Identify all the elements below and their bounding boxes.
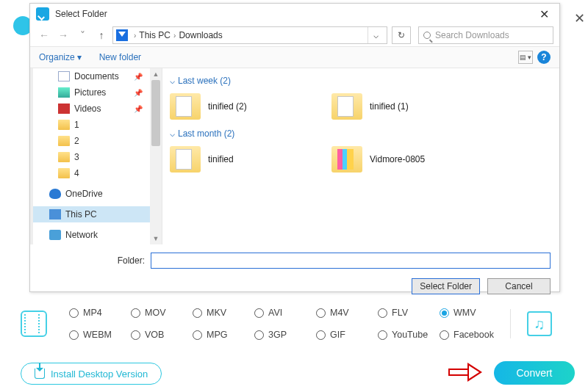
radio-icon <box>254 308 264 318</box>
pin-icon: 📌 <box>134 89 143 97</box>
folder-icon <box>170 146 201 173</box>
host-close-icon[interactable]: ✕ <box>574 10 585 26</box>
nav-row: ← → ˅ ↑ › This PC › Downloads ⌵ ↻ Search… <box>30 24 559 46</box>
tree-item-folder-4[interactable]: 4 <box>33 165 150 181</box>
format-option-3gp[interactable]: 3GP <box>254 330 316 340</box>
toolbar: Organize ▾ New folder ▤▾ ? <box>30 46 559 68</box>
scroll-down-icon[interactable]: ▼ <box>150 233 162 244</box>
radio-icon <box>131 330 140 340</box>
tree-item-folder-1[interactable]: 1 <box>33 117 150 133</box>
folder-icon <box>331 93 362 120</box>
output-format-section: MP4MOVMKVAVIM4VFLVWMVWEBMVOBMPG3GPGIFYou… <box>21 304 581 344</box>
folder-label: Folder: <box>111 255 145 266</box>
tree-item-documents[interactable]: Documents📌 <box>33 68 150 84</box>
select-folder-button[interactable]: Select Folder <box>412 278 480 294</box>
folder-item[interactable]: tinified (2) <box>170 89 331 124</box>
folder-tree: Documents📌 Pictures📌 Videos📌 1 2 3 4 One… <box>33 68 162 244</box>
search-icon <box>423 32 431 39</box>
format-option-youtube[interactable]: YouTube <box>378 330 440 340</box>
folder-item[interactable]: tinified (1) <box>331 89 493 124</box>
convert-button[interactable]: Convert <box>494 361 575 385</box>
tree-item-this-pc[interactable]: This PC <box>33 206 150 222</box>
radio-icon <box>131 308 140 318</box>
tree-scrollbar[interactable]: ▲ ▼ <box>150 68 162 244</box>
audio-category-icon[interactable]: ♫ <box>527 311 552 336</box>
radio-icon <box>193 308 202 318</box>
format-option-avi[interactable]: AVI <box>254 308 316 318</box>
tree-item-folder-3[interactable]: 3 <box>33 149 150 165</box>
radio-icon <box>69 308 79 318</box>
folder-icon <box>170 93 201 120</box>
folder-item[interactable]: tinified <box>170 142 331 177</box>
new-folder-button[interactable]: New folder <box>99 52 141 62</box>
organize-menu[interactable]: Organize ▾ <box>39 52 82 62</box>
folder-name-row: Folder: <box>30 249 559 272</box>
pin-icon: 📌 <box>134 73 143 81</box>
chevron-down-icon: ⌵ <box>170 76 175 86</box>
crumb-this-pc[interactable]: This PC <box>139 30 171 40</box>
breadcrumb[interactable]: › This PC › Downloads ⌵ <box>112 26 387 44</box>
search-input[interactable]: Search Downloads <box>418 26 553 44</box>
cancel-button[interactable]: Cancel <box>487 278 551 294</box>
radio-icon <box>193 330 202 340</box>
dialog-title: Select Folder <box>55 9 535 19</box>
breadcrumb-root-icon <box>116 29 128 41</box>
folder-content: ⌵ Last week (2) tinified (2) tinified (1… <box>162 68 559 244</box>
dialog-titlebar: Select Folder ✕ <box>30 4 559 24</box>
chevron-right-icon: › <box>131 32 139 40</box>
radio-icon <box>69 330 79 340</box>
view-options-button[interactable]: ▤▾ <box>518 51 533 64</box>
annotation-arrow <box>448 363 484 382</box>
chevron-right-icon: › <box>171 32 179 40</box>
format-option-mkv[interactable]: MKV <box>193 308 254 318</box>
tree-item-network[interactable]: Network <box>33 227 150 243</box>
radio-icon <box>440 308 449 318</box>
video-category-icon[interactable] <box>21 311 47 337</box>
folder-tree-scroll[interactable]: Documents📌 Pictures📌 Videos📌 1 2 3 4 One… <box>33 68 150 244</box>
app-icon <box>36 7 49 21</box>
refresh-button[interactable]: ↻ <box>392 26 411 44</box>
folder-item[interactable]: Vidmore-0805 <box>331 142 493 177</box>
format-grid: MP4MOVMKVAVIM4VFLVWMVWEBMVOBMPG3GPGIFYou… <box>69 304 501 344</box>
scrollbar-thumb[interactable] <box>151 80 160 146</box>
format-option-facebook[interactable]: Facebook <box>440 330 501 340</box>
help-icon[interactable]: ? <box>537 51 551 64</box>
group-header-last-week[interactable]: ⌵ Last week (2) <box>170 76 552 86</box>
chevron-down-icon: ⌵ <box>170 128 175 139</box>
radio-icon <box>316 308 326 318</box>
nav-recent-caret[interactable]: ˅ <box>74 27 90 43</box>
breadcrumb-dropdown[interactable]: ⌵ <box>368 27 384 43</box>
format-option-m4v[interactable]: M4V <box>316 308 378 318</box>
format-option-vob[interactable]: VOB <box>131 330 193 340</box>
radio-icon <box>316 330 326 340</box>
divider <box>510 309 511 338</box>
select-folder-dialog: Select Folder ✕ ← → ˅ ↑ › This PC › Down… <box>29 3 560 292</box>
folder-name-input[interactable] <box>151 253 551 269</box>
format-option-gif[interactable]: GIF <box>316 330 378 340</box>
radio-icon <box>440 330 449 340</box>
nav-back-button[interactable]: ← <box>36 27 52 43</box>
crumb-downloads[interactable]: Downloads <box>179 30 222 40</box>
install-desktop-button[interactable]: Install Desktop Version <box>21 363 162 385</box>
format-option-wmv[interactable]: WMV <box>440 308 501 318</box>
tree-item-pictures[interactable]: Pictures📌 <box>33 84 150 101</box>
caret-down-icon: ▾ <box>77 52 82 62</box>
close-icon[interactable]: ✕ <box>535 7 553 21</box>
download-icon <box>35 369 45 379</box>
tree-item-videos[interactable]: Videos📌 <box>33 101 150 117</box>
tree-item-folder-2[interactable]: 2 <box>33 133 150 149</box>
scroll-up-icon[interactable]: ▲ <box>150 68 162 80</box>
radio-icon <box>254 330 264 340</box>
nav-up-button[interactable]: ↑ <box>93 27 110 43</box>
radio-icon <box>378 330 387 340</box>
format-option-mov[interactable]: MOV <box>131 308 193 318</box>
format-option-mp4[interactable]: MP4 <box>69 308 131 318</box>
tree-item-onedrive[interactable]: OneDrive <box>33 186 150 202</box>
format-option-flv[interactable]: FLV <box>378 308 440 318</box>
format-option-webm[interactable]: WEBM <box>69 330 131 340</box>
pin-icon: 📌 <box>134 105 143 113</box>
group-header-last-month[interactable]: ⌵ Last month (2) <box>170 128 552 139</box>
search-placeholder: Search Downloads <box>435 30 509 40</box>
format-option-mpg[interactable]: MPG <box>193 330 254 340</box>
nav-forward-button[interactable]: → <box>55 27 71 43</box>
